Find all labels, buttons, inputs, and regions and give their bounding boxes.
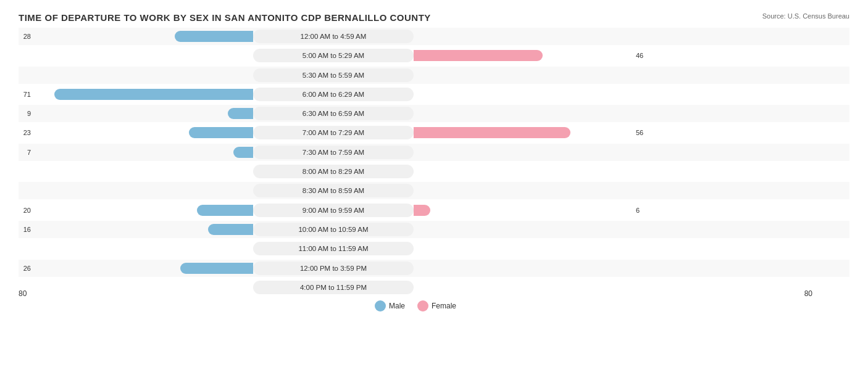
male-bar xyxy=(197,205,253,216)
bar-rows: 28 12:00 AM to 4:59 AM xyxy=(19,28,849,296)
time-label: 7:00 AM to 7:29 AM xyxy=(253,126,414,139)
row-inner: 23 7:00 AM to 7:29 AM 56 xyxy=(19,124,849,141)
male-value: 7 xyxy=(19,149,31,156)
row-inner: 71 6:00 AM to 6:29 AM xyxy=(19,86,849,103)
legend-female-label: Female xyxy=(432,302,456,310)
table-row: 26 12:00 PM to 3:59 PM xyxy=(19,260,849,277)
male-side: 71 xyxy=(19,86,253,103)
table-row: 5:00 AM to 5:29 AM 46 xyxy=(19,47,849,64)
female-value: 46 xyxy=(636,52,648,59)
male-value: 9 xyxy=(19,110,31,117)
male-value: 28 xyxy=(19,33,31,40)
female-side xyxy=(414,144,648,161)
row-inner: 28 12:00 AM to 4:59 AM xyxy=(19,28,849,45)
table-row: 5:30 AM to 5:59 AM xyxy=(19,67,849,84)
male-value: 16 xyxy=(19,226,31,233)
female-bar-container xyxy=(414,263,633,274)
table-row: 7 7:30 AM to 7:59 AM xyxy=(19,144,849,161)
female-bar xyxy=(414,127,570,138)
time-label: 7:30 AM to 7:59 AM xyxy=(253,146,414,159)
legend: Male Female xyxy=(19,300,812,311)
male-side: 28 xyxy=(19,28,253,45)
female-bar xyxy=(414,50,543,61)
male-side: 20 xyxy=(19,202,253,219)
male-bar-container xyxy=(33,243,253,254)
female-side: 6 xyxy=(414,202,648,219)
male-side xyxy=(19,240,253,257)
female-side xyxy=(414,221,648,238)
table-row: 71 6:00 AM to 6:29 AM xyxy=(19,86,849,103)
male-bar-container xyxy=(33,224,253,235)
male-bar-container xyxy=(33,31,253,42)
time-label: 9:00 AM to 9:59 AM xyxy=(253,204,414,217)
time-label: 4:00 PM to 11:59 PM xyxy=(253,281,414,294)
row-inner: 8:00 AM to 8:29 AM xyxy=(19,163,849,180)
female-side xyxy=(414,163,648,180)
row-inner: 8:30 AM to 8:59 AM xyxy=(19,182,849,199)
time-label: 8:00 AM to 8:29 AM xyxy=(253,165,414,178)
legend-male-label: Male xyxy=(389,302,405,310)
male-value: 26 xyxy=(19,265,31,272)
female-side xyxy=(414,105,648,122)
row-inner: 5:30 AM to 5:59 AM xyxy=(19,67,849,84)
male-side: 23 xyxy=(19,124,253,141)
male-bar xyxy=(233,147,253,158)
male-side xyxy=(19,67,253,84)
male-side xyxy=(19,47,253,64)
male-bar-container xyxy=(33,108,253,119)
female-bar-container xyxy=(414,108,633,119)
female-side: 46 xyxy=(414,47,648,64)
female-bar-container xyxy=(414,224,633,235)
time-label: 5:30 AM to 5:59 AM xyxy=(253,68,414,82)
legend-male: Male xyxy=(375,300,405,311)
male-bar xyxy=(189,127,253,138)
male-bar-container xyxy=(33,89,253,100)
male-bar xyxy=(228,108,253,119)
legend-female-color xyxy=(417,300,428,311)
row-inner: 26 12:00 PM to 3:59 PM xyxy=(19,260,849,277)
row-inner: 7 7:30 AM to 7:59 AM xyxy=(19,144,849,161)
male-bar-container xyxy=(33,127,253,138)
female-value: 56 xyxy=(636,129,648,136)
time-label: 10:00 AM to 10:59 AM xyxy=(253,223,414,236)
table-row: 8:30 AM to 8:59 AM xyxy=(19,182,849,199)
male-side: 26 xyxy=(19,260,253,277)
table-row: 16 10:00 AM to 10:59 AM xyxy=(19,221,849,238)
male-bar xyxy=(175,31,253,42)
female-bar-container xyxy=(414,70,633,81)
time-label: 12:00 AM to 4:59 AM xyxy=(253,30,414,43)
table-row: 8:00 AM to 8:29 AM xyxy=(19,163,849,180)
table-row: 20 9:00 AM to 9:59 AM 6 xyxy=(19,202,849,219)
female-value: 6 xyxy=(636,207,648,214)
male-bar-container xyxy=(33,263,253,274)
female-side xyxy=(414,240,648,257)
table-row: 9 6:30 AM to 6:59 AM xyxy=(19,105,849,122)
time-label: 12:00 PM to 3:59 PM xyxy=(253,262,414,275)
female-side xyxy=(414,67,648,84)
axis-right-label: 80 xyxy=(804,289,812,298)
male-side: 9 xyxy=(19,105,253,122)
female-bar xyxy=(414,205,430,216)
row-inner: 9 6:30 AM to 6:59 AM xyxy=(19,105,849,122)
female-bar-container xyxy=(414,127,633,138)
female-bar-container xyxy=(414,166,633,177)
female-bar-container xyxy=(414,205,633,216)
male-side: 16 xyxy=(19,221,253,238)
male-value: 71 xyxy=(19,91,31,98)
male-side: 7 xyxy=(19,144,253,161)
table-row: 11:00 AM to 11:59 AM xyxy=(19,240,849,257)
female-bar-container xyxy=(414,147,633,158)
female-bar-container xyxy=(414,31,633,42)
source-text: Source: U.S. Census Bureau xyxy=(762,12,849,20)
axis-bottom: 80 80 xyxy=(19,289,812,298)
table-row: 23 7:00 AM to 7:29 AM 56 xyxy=(19,124,849,141)
chart-container: TIME OF DEPARTURE TO WORK BY SEX IN SAN … xyxy=(0,0,868,367)
male-bar-container xyxy=(33,185,253,196)
axis-left-label: 80 xyxy=(19,289,27,298)
time-label: 6:30 AM to 6:59 AM xyxy=(253,107,414,120)
male-value: 23 xyxy=(19,129,31,136)
male-bar xyxy=(54,89,253,100)
male-bar-container xyxy=(33,205,253,216)
row-inner: 11:00 AM to 11:59 AM xyxy=(19,240,849,257)
row-inner: 16 10:00 AM to 10:59 AM xyxy=(19,221,849,238)
